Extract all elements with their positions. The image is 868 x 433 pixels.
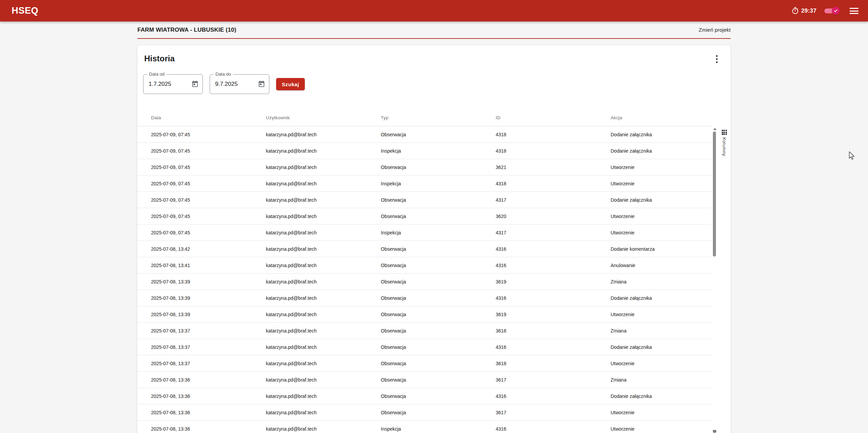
table-row[interactable]: 2025-07-08, 13:36katarzyna.pd@braf.techI… bbox=[137, 421, 712, 433]
columns-panel-toggle[interactable]: Kolumny bbox=[718, 127, 731, 165]
table-cell: 3617 bbox=[482, 404, 597, 420]
table-cell: Obserwacja bbox=[367, 306, 482, 322]
column-header-data[interactable]: Data bbox=[137, 109, 252, 126]
table-cell: Obserwacja bbox=[367, 323, 482, 339]
calendar-icon[interactable] bbox=[258, 80, 265, 88]
table-cell: Obserwacja bbox=[367, 208, 482, 224]
table-cell: 4316 bbox=[482, 290, 597, 306]
table-cell: katarzyna.pd@braf.tech bbox=[252, 388, 367, 404]
table-cell: 3618 bbox=[482, 355, 597, 371]
app-bar: HSEQ 29:37 bbox=[0, 0, 868, 21]
session-timer: 29:37 bbox=[801, 0, 817, 21]
grid-3x3-icon bbox=[722, 130, 727, 135]
table-cell: 4318 bbox=[482, 143, 597, 159]
scrollbar-bottom-nub[interactable] bbox=[713, 430, 716, 433]
table-cell: Utworzenie bbox=[597, 306, 712, 322]
table-cell: katarzyna.pd@braf.tech bbox=[252, 208, 367, 224]
table-cell: katarzyna.pd@braf.tech bbox=[252, 290, 367, 306]
mouse-cursor bbox=[848, 152, 856, 160]
table-cell: Inspekcja bbox=[367, 225, 482, 241]
hamburger-icon[interactable] bbox=[850, 8, 858, 14]
status-toggle[interactable] bbox=[824, 8, 839, 14]
table-cell: 3620 bbox=[482, 208, 597, 224]
triangle-up-icon[interactable] bbox=[713, 128, 717, 130]
date-to-value[interactable]: 9.7.2025 bbox=[215, 75, 238, 94]
table-cell: katarzyna.pd@braf.tech bbox=[252, 159, 367, 175]
table-cell: Obserwacja bbox=[367, 372, 482, 388]
table-cell: Zmiana bbox=[597, 323, 712, 339]
table-cell: Utworzenie bbox=[597, 225, 712, 241]
table-cell: 4318 bbox=[482, 126, 597, 142]
table-row[interactable]: 2025-07-08, 13:37katarzyna.pd@braf.techO… bbox=[137, 339, 712, 355]
change-project-button[interactable]: Zmień projekt bbox=[699, 27, 731, 33]
table-cell: Obserwacja bbox=[367, 388, 482, 404]
table-row[interactable]: 2025-07-09, 07:45katarzyna.pd@braf.techO… bbox=[137, 192, 712, 208]
table-cell: katarzyna.pd@braf.tech bbox=[252, 323, 367, 339]
table-row[interactable]: 2025-07-08, 13:42katarzyna.pd@braf.techO… bbox=[137, 241, 712, 257]
table-cell: 2025-07-09, 07:45 bbox=[137, 126, 252, 142]
column-header-akcja[interactable]: Akcja bbox=[597, 109, 712, 126]
table-cell: katarzyna.pd@braf.tech bbox=[252, 225, 367, 241]
column-header-id[interactable]: ID bbox=[482, 109, 597, 126]
table-cell: 2025-07-09, 07:45 bbox=[137, 208, 252, 224]
table-cell: Utworzenie bbox=[597, 355, 712, 371]
date-from-value[interactable]: 1.7.2025 bbox=[149, 75, 171, 94]
date-from-field[interactable]: Data od 1.7.2025 bbox=[143, 74, 203, 94]
project-title: FARM WIATROWA - LUBUSKIE (10) bbox=[137, 27, 236, 33]
kebab-menu-icon[interactable] bbox=[709, 52, 724, 66]
table-cell: 3621 bbox=[482, 159, 597, 175]
table-cell: katarzyna.pd@braf.tech bbox=[252, 274, 367, 290]
table-row[interactable]: 2025-07-08, 13:36katarzyna.pd@braf.techO… bbox=[137, 388, 712, 404]
column-header-uzytkownik[interactable]: Użytkownik bbox=[252, 109, 367, 126]
table-row[interactable]: 2025-07-08, 13:39katarzyna.pd@braf.techO… bbox=[137, 290, 712, 306]
table-cell: katarzyna.pd@braf.tech bbox=[252, 306, 367, 322]
table-cell: 2025-07-08, 13:36 bbox=[137, 421, 252, 433]
table-cell: 4316 bbox=[482, 257, 597, 273]
table-row[interactable]: 2025-07-08, 13:36katarzyna.pd@braf.techO… bbox=[137, 404, 712, 421]
table-cell: Dodanie załącznika bbox=[597, 388, 712, 404]
table-cell: Anulowanie bbox=[597, 257, 712, 273]
table-cell: 2025-07-08, 13:37 bbox=[137, 355, 252, 371]
table-cell: Dodanie załącznika bbox=[597, 126, 712, 142]
table-cell: katarzyna.pd@braf.tech bbox=[252, 339, 367, 355]
table-cell: Obserwacja bbox=[367, 241, 482, 257]
table-row[interactable]: 2025-07-08, 13:37katarzyna.pd@braf.techO… bbox=[137, 355, 712, 372]
table-row[interactable]: 2025-07-08, 13:39katarzyna.pd@braf.techO… bbox=[137, 306, 712, 323]
history-card: Historia Data od 1.7.2025 Data do 9.7.20… bbox=[137, 45, 731, 433]
search-button[interactable]: Szukaj bbox=[276, 78, 305, 90]
table-cell: katarzyna.pd@braf.tech bbox=[252, 404, 367, 420]
table-scrollbar[interactable] bbox=[712, 126, 717, 433]
table-row[interactable]: 2025-07-08, 13:36katarzyna.pd@braf.techO… bbox=[137, 372, 712, 388]
page-title: Historia bbox=[144, 54, 175, 63]
calendar-icon[interactable] bbox=[191, 80, 199, 88]
table-row[interactable]: 2025-07-09, 07:45katarzyna.pd@braf.techO… bbox=[137, 126, 712, 143]
table-cell: 2025-07-08, 13:39 bbox=[137, 274, 252, 290]
table-row[interactable]: 2025-07-08, 13:37katarzyna.pd@braf.techO… bbox=[137, 323, 712, 339]
table-cell: Dodanie załącznika bbox=[597, 290, 712, 306]
table-cell: katarzyna.pd@braf.tech bbox=[252, 372, 367, 388]
table-cell: Utworzenie bbox=[597, 175, 712, 191]
history-table-body: 2025-07-09, 07:45katarzyna.pd@braf.techO… bbox=[137, 126, 712, 433]
app-logo: HSEQ bbox=[12, 0, 39, 21]
table-cell: 2025-07-09, 07:45 bbox=[137, 175, 252, 191]
columns-panel-label: Kolumny bbox=[722, 137, 727, 156]
table-row[interactable]: 2025-07-09, 07:45katarzyna.pd@braf.techI… bbox=[137, 225, 712, 241]
table-cell: katarzyna.pd@braf.tech bbox=[252, 241, 367, 257]
scrollbar-thumb[interactable] bbox=[713, 132, 716, 257]
table-row[interactable]: 2025-07-09, 07:45katarzyna.pd@braf.techO… bbox=[137, 159, 712, 175]
toggle-thumb bbox=[832, 7, 840, 15]
column-header-typ[interactable]: Typ bbox=[367, 109, 482, 126]
table-cell: 2025-07-08, 13:36 bbox=[137, 404, 252, 420]
table-row[interactable]: 2025-07-09, 07:45katarzyna.pd@braf.techO… bbox=[137, 208, 712, 225]
table-cell: 4316 bbox=[482, 388, 597, 404]
table-cell: 2025-07-09, 07:45 bbox=[137, 143, 252, 159]
table-cell: Dodanie komentarza bbox=[597, 241, 712, 257]
table-cell: katarzyna.pd@braf.tech bbox=[252, 126, 367, 142]
table-cell: 4317 bbox=[482, 192, 597, 208]
date-to-field[interactable]: Data do 9.7.2025 bbox=[210, 74, 269, 94]
table-row[interactable]: 2025-07-09, 07:45katarzyna.pd@braf.techI… bbox=[137, 175, 712, 192]
table-row[interactable]: 2025-07-08, 13:39katarzyna.pd@braf.techO… bbox=[137, 274, 712, 290]
table-row[interactable]: 2025-07-08, 13:41katarzyna.pd@braf.techO… bbox=[137, 257, 712, 274]
table-row[interactable]: 2025-07-09, 07:45katarzyna.pd@braf.techI… bbox=[137, 143, 712, 159]
table-cell: Inspekcja bbox=[367, 175, 482, 191]
